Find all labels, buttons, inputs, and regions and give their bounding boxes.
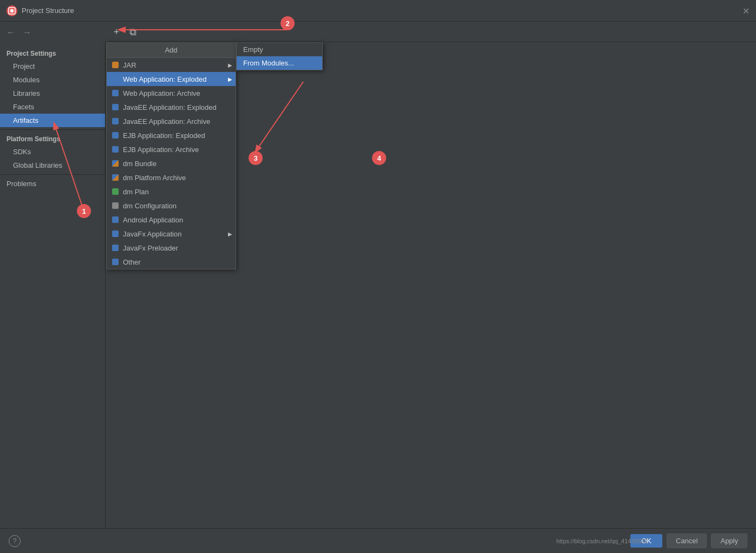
sidebar-item-project[interactable]: Project [0, 60, 105, 73]
ejb-archive-icon [111, 145, 120, 154]
back-arrow[interactable]: ← [4, 27, 17, 38]
apply-button[interactable]: Apply [711, 534, 747, 548]
web-archive-icon [111, 89, 120, 97]
sidebar-item-sdks[interactable]: SDKs [0, 145, 105, 159]
javafx-icon [111, 229, 120, 238]
project-settings-header: Project Settings [0, 47, 105, 60]
dropdown-item-android-label: Android Application [123, 216, 183, 224]
app-icon [6, 5, 17, 16]
dropdown-item-dm-bundle[interactable]: dm Bundle [107, 156, 236, 170]
dropdown-item-javaee-exploded[interactable]: JavaEE Application: Exploded [107, 100, 236, 114]
submenu-item-from-modules[interactable]: From Modules... [237, 56, 322, 70]
add-button[interactable]: + [110, 26, 123, 39]
dropdown-item-javaee-archive[interactable]: JavaEE Application: Archive [107, 114, 236, 128]
window-title: Project Structure [22, 6, 74, 15]
dm-bundle-icon [111, 159, 120, 168]
copy-button[interactable]: ⧉ [126, 26, 139, 39]
jar-icon [111, 61, 120, 69]
dropdown-add-header: Add [107, 43, 236, 58]
dropdown-item-dm-plan-label: dm Plan [123, 188, 149, 196]
dropdown-item-web-archive-label: Web Application: Archive [123, 89, 200, 97]
other-icon [111, 258, 120, 266]
dm-config-icon [111, 201, 120, 210]
title-bar: Project Structure ✕ [0, 0, 756, 22]
dropdown-item-javaee-exploded-label: JavaEE Application: Exploded [123, 103, 217, 111]
dm-platform-icon [111, 173, 120, 182]
dropdown-item-javafx-preloader[interactable]: JavaFx Preloader [107, 241, 236, 255]
web-exploded-arrow-icon: ▶ [228, 76, 232, 82]
dropdown-item-jar[interactable]: JAR ▶ [107, 58, 236, 72]
dropdown-item-ejb-archive[interactable]: EJB Application: Archive [107, 142, 236, 156]
dropdown-item-web-exploded[interactable]: Web Application: Exploded ▶ [107, 72, 236, 86]
sidebar-item-artifacts[interactable]: Artifacts [0, 114, 105, 127]
dropdown-item-dm-config-label: dm Configuration [123, 202, 177, 210]
bottom-bar: ? https://blog.csdn.net/qq_41435602 OK C… [0, 528, 756, 553]
dropdown-item-dm-bundle-label: dm Bundle [123, 160, 157, 168]
dropdown-item-dm-platform[interactable]: dm Platform Archive [107, 170, 236, 185]
dropdown-item-ejb-exploded[interactable]: EJB Application: Exploded [107, 128, 236, 142]
javaee-archive-icon [111, 117, 120, 126]
url-display: https://blog.csdn.net/qq_41435602 [556, 538, 648, 544]
submenu-exploded: Empty From Modules... [236, 42, 323, 70]
web-exploded-icon [111, 75, 120, 83]
jar-arrow-icon: ▶ [228, 62, 232, 68]
javaee-exploded-icon [111, 103, 120, 111]
dropdown-item-dm-plan[interactable]: dm Plan [107, 185, 236, 199]
sidebar-item-modules[interactable]: Modules [0, 73, 105, 87]
dropdown-item-dm-config[interactable]: dm Configuration [107, 199, 236, 213]
sidebar-item-libraries[interactable]: Libraries [0, 87, 105, 100]
dropdown-item-android[interactable]: Android Application [107, 213, 236, 227]
dropdown-item-jar-label: JAR [123, 61, 136, 69]
dm-plan-icon [111, 187, 120, 196]
sidebar-divider-2 [0, 174, 105, 175]
toolbar-area: + ⧉ [106, 23, 756, 42]
android-icon [111, 215, 120, 224]
dropdown-item-web-exploded-label: Web Application: Exploded [123, 75, 206, 83]
dropdown-item-dm-platform-label: dm Platform Archive [123, 174, 186, 182]
dropdown-item-javafx-label: JavaFx Application [123, 230, 181, 238]
sidebar-item-problems[interactable]: Problems [0, 177, 105, 190]
cancel-button[interactable]: Cancel [667, 534, 707, 548]
platform-settings-header: Platform Settings [0, 132, 105, 145]
nav-arrows: ← → [0, 23, 106, 42]
dropdown-add: Add JAR ▶ Web Application: Exploded ▶ We… [106, 42, 236, 269]
dropdown-item-other[interactable]: Other [107, 255, 236, 269]
ejb-exploded-icon [111, 131, 120, 140]
javafx-arrow-icon: ▶ [228, 231, 232, 237]
sidebar-item-global-libraries[interactable]: Global Libraries [0, 159, 105, 172]
sidebar-item-facets[interactable]: Facets [0, 100, 105, 114]
forward-arrow[interactable]: → [21, 27, 34, 38]
help-button[interactable]: ? [9, 535, 21, 547]
dropdown-item-web-archive[interactable]: Web Application: Archive [107, 86, 236, 100]
svg-rect-4 [10, 9, 14, 12]
submenu-item-empty[interactable]: Empty [237, 43, 322, 56]
dropdown-item-ejb-archive-label: EJB Application: Archive [123, 146, 199, 154]
sidebar-divider [0, 129, 105, 130]
dropdown-item-ejb-exploded-label: EJB Application: Exploded [123, 131, 205, 140]
dropdown-item-javafx[interactable]: JavaFx Application ▶ [107, 227, 236, 241]
close-button[interactable]: ✕ [742, 5, 750, 16]
sidebar: Project Settings Project Modules Librari… [0, 42, 106, 528]
dropdown-item-other-label: Other [123, 258, 141, 266]
dropdown-item-javafx-preloader-label: JavaFx Preloader [123, 244, 178, 252]
dropdown-item-javaee-archive-label: JavaEE Application: Archive [123, 117, 210, 126]
javafx-preloader-icon [111, 243, 120, 252]
